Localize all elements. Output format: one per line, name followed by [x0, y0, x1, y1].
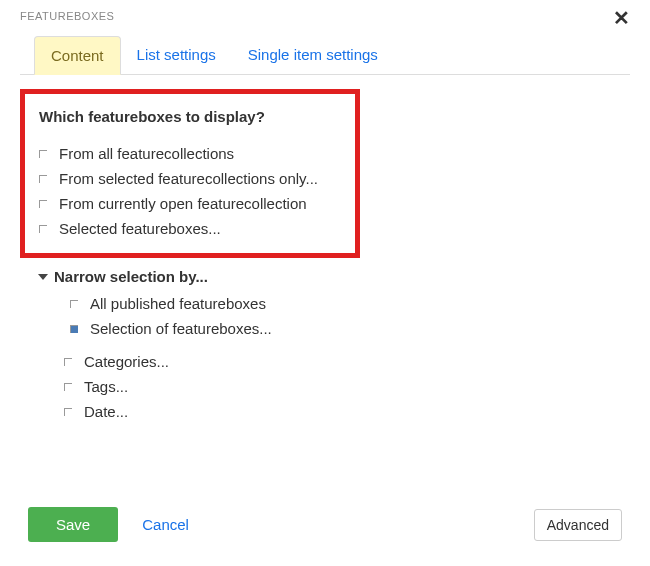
section-heading: Which featureboxes to display? — [39, 108, 341, 125]
tab-list-settings[interactable]: List settings — [121, 36, 232, 74]
option-label: Selection of featureboxes... — [90, 320, 272, 337]
option-label: From currently open featurecollection — [59, 195, 307, 212]
list-item[interactable]: Categories... — [64, 349, 630, 374]
list-item[interactable]: From selected featurecollections only... — [39, 166, 341, 191]
close-icon[interactable]: ✕ — [613, 8, 630, 28]
chevron-down-icon — [38, 274, 48, 280]
radio-icon[interactable] — [70, 325, 78, 333]
list-item[interactable]: Selection of featureboxes... — [70, 316, 630, 341]
featureboxes-dialog: ✕ FEATUREBOXES Content List settings Sin… — [0, 0, 650, 566]
option-label: Tags... — [84, 378, 128, 395]
highlight-box: Which featureboxes to display? From all … — [20, 89, 360, 258]
radio-icon[interactable] — [64, 383, 72, 391]
option-label: From selected featurecollections only... — [59, 170, 318, 187]
dialog-title: FEATUREBOXES — [20, 10, 630, 22]
radio-icon[interactable] — [39, 150, 47, 158]
advanced-button[interactable]: Advanced — [534, 509, 622, 541]
radio-icon[interactable] — [70, 300, 78, 308]
narrow-toggle[interactable]: Narrow selection by... — [38, 268, 630, 285]
list-item[interactable]: From currently open featurecollection — [39, 191, 341, 216]
list-item[interactable]: Selected featureboxes... — [39, 216, 341, 241]
list-item[interactable]: From all featurecollections — [39, 141, 341, 166]
list-item[interactable]: All published featureboxes — [70, 291, 630, 316]
option-label: Selected featureboxes... — [59, 220, 221, 237]
radio-icon[interactable] — [39, 225, 47, 233]
radio-icon[interactable] — [64, 358, 72, 366]
narrow-heading: Narrow selection by... — [54, 268, 208, 285]
list-item[interactable]: Date... — [64, 399, 630, 424]
radio-icon[interactable] — [64, 408, 72, 416]
tab-bar: Content List settings Single item settin… — [20, 36, 630, 75]
cancel-button[interactable]: Cancel — [136, 515, 195, 534]
tab-single-item-settings[interactable]: Single item settings — [232, 36, 394, 74]
option-label: Date... — [84, 403, 128, 420]
narrow-primary-list: All published featureboxes Selection of … — [70, 291, 630, 341]
dialog-footer: Save Cancel Advanced — [28, 507, 622, 542]
display-options: From all featurecollections From selecte… — [39, 141, 341, 241]
list-item[interactable]: Tags... — [64, 374, 630, 399]
tab-content[interactable]: Content — [34, 36, 121, 75]
option-label: From all featurecollections — [59, 145, 234, 162]
narrow-section: Narrow selection by... All published fea… — [38, 268, 630, 424]
narrow-secondary-list: Categories... Tags... Date... — [64, 349, 630, 424]
option-label: All published featureboxes — [90, 295, 266, 312]
radio-icon[interactable] — [39, 200, 47, 208]
radio-icon[interactable] — [39, 175, 47, 183]
option-label: Categories... — [84, 353, 169, 370]
save-button[interactable]: Save — [28, 507, 118, 542]
